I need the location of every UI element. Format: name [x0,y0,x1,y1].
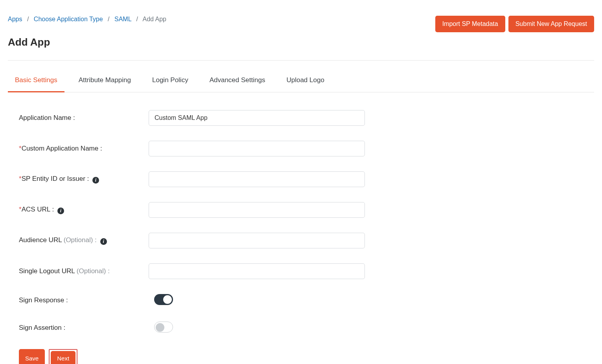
info-icon[interactable]: i [100,238,107,245]
submit-new-app-request-button[interactable]: Submit New App Request [508,16,594,32]
sign-response-toggle[interactable] [154,294,173,305]
single-logout-url-label: Single Logout URL (Optional) : [19,267,149,275]
divider [8,60,594,61]
sign-assertion-toggle[interactable] [154,322,173,333]
custom-application-name-input[interactable] [149,141,365,156]
sign-response-label: Sign Response : [19,296,149,304]
tab-upload-logo[interactable]: Upload Logo [279,76,331,92]
audience-url-input[interactable] [149,233,365,248]
sign-assertion-label: Sign Assertion : [19,324,149,332]
page-title: Add App [8,36,594,48]
application-name-label: Application Name : [19,114,149,122]
application-name-input[interactable] [149,110,365,126]
single-logout-url-input[interactable] [149,263,365,279]
basic-settings-form: Application Name : *Custom Application N… [8,110,385,364]
tab-advanced-settings[interactable]: Advanced Settings [203,76,272,92]
sp-entity-id-label: *SP Entity ID or Issuer : i [19,175,149,184]
save-button[interactable]: Save [19,349,45,364]
acs-url-input[interactable] [149,202,365,218]
info-icon[interactable]: i [57,208,64,214]
tab-basic-settings[interactable]: Basic Settings [8,76,64,92]
tab-login-policy[interactable]: Login Policy [145,76,195,92]
breadcrumb-apps[interactable]: Apps [8,16,22,22]
sp-entity-id-input[interactable] [149,171,365,187]
import-sp-metadata-button[interactable]: Import SP Metadata [435,16,505,32]
tab-attribute-mapping[interactable]: Attribute Mapping [72,76,138,92]
audience-url-label: Audience URL (Optional) : i [19,236,149,245]
acs-url-label: *ACS URL : i [19,206,149,214]
breadcrumb-saml[interactable]: SAML [114,16,131,22]
breadcrumb: Apps / Choose Application Type / SAML / … [8,16,166,23]
tabs: Basic Settings Attribute Mapping Login P… [8,76,594,92]
next-button[interactable]: Next [51,351,75,364]
next-button-highlight: Next [49,349,77,364]
breadcrumb-current: Add App [142,16,166,22]
custom-application-name-label: *Custom Application Name : [19,145,149,153]
info-icon[interactable]: i [92,177,99,184]
breadcrumb-choose-type[interactable]: Choose Application Type [34,16,103,22]
